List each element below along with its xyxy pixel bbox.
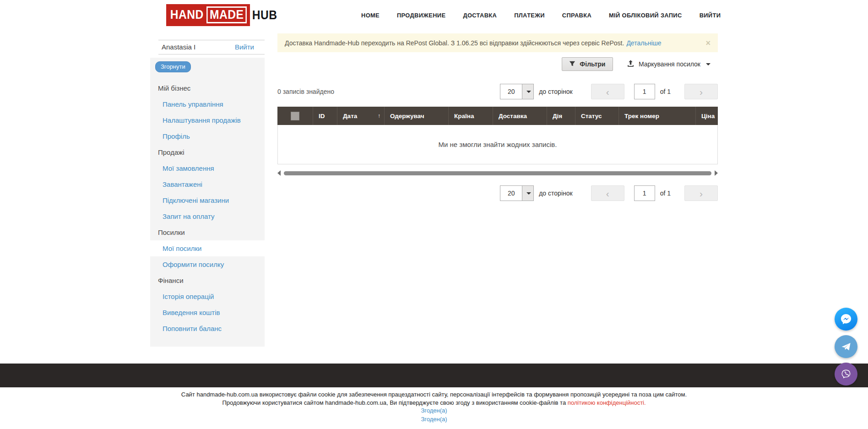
- sidebar-item-my-orders[interactable]: Мої замовлення: [150, 160, 265, 176]
- sidebar-item-profile[interactable]: Профіль: [150, 128, 265, 144]
- per-page-label: до сторінок: [539, 190, 572, 197]
- nav-payments[interactable]: ПЛАТЕЖИ: [514, 12, 545, 19]
- top-header: HAND MADE HUB HOME ПРОДВИЖЕНИЕ ДОСТАВКА …: [0, 0, 868, 30]
- scrollbar-track[interactable]: [284, 171, 711, 175]
- next-page-button[interactable]: ›: [684, 185, 718, 201]
- nav-promotion[interactable]: ПРОДВИЖЕНИЕ: [397, 12, 445, 19]
- toolbar: Фільтри Маркування посилок: [277, 57, 718, 71]
- sidebar-item-payment-request[interactable]: Запит на оплату: [150, 208, 265, 224]
- sidebar-item-connected-shops[interactable]: Підключені магазини: [150, 192, 265, 208]
- prev-page-button[interactable]: ‹: [591, 185, 624, 201]
- per-page-value: 20: [500, 186, 522, 201]
- nav-home[interactable]: HOME: [361, 12, 380, 19]
- select-arrow-button[interactable]: [522, 186, 533, 201]
- section-sales: Продажі: [150, 144, 265, 160]
- col-track-number[interactable]: Трек номер: [619, 107, 696, 125]
- results-row: 0 записів знайдено 20 до сторінок ‹ of 1…: [277, 84, 718, 99]
- logo-made-text: MADE: [206, 6, 247, 23]
- filters-button-label: Фільтри: [580, 60, 605, 68]
- notification-banner: Доставка Handmade-Hub переходить на RePo…: [277, 33, 718, 52]
- banner-details-link[interactable]: Детальніше: [626, 39, 661, 47]
- table-empty-state: Ми не змогли знайти жодних записів.: [277, 125, 718, 164]
- per-page-select[interactable]: 20: [500, 185, 534, 201]
- agree-link-2[interactable]: Згоден(а): [0, 415, 868, 424]
- filters-button[interactable]: Фільтри: [562, 57, 613, 71]
- select-all-checkbox[interactable]: [291, 112, 299, 120]
- col-status[interactable]: Статус: [575, 107, 619, 125]
- user-row: Anastasia I Вийти: [158, 40, 265, 54]
- col-action[interactable]: Дія: [547, 107, 575, 125]
- sidebar-item-sales-settings[interactable]: Налаштування продажів: [150, 112, 265, 128]
- messenger-icon[interactable]: [835, 308, 857, 331]
- nav-help[interactable]: СПРАВКА: [562, 12, 591, 19]
- chevron-down-icon: [526, 192, 531, 195]
- funnel-icon: [569, 60, 575, 68]
- select-arrow-button[interactable]: [522, 84, 533, 99]
- col-date-label: Дата: [343, 113, 357, 119]
- col-delivery[interactable]: Доставка: [493, 107, 547, 125]
- nav-logout[interactable]: ВИЙТИ: [699, 12, 721, 19]
- chevron-down-icon: [706, 63, 711, 65]
- page-number-input[interactable]: [634, 185, 655, 201]
- viber-icon[interactable]: [835, 363, 857, 386]
- cookie-notice-line2-text: Продовжуючи користуватися сайтом handmad…: [222, 399, 567, 406]
- cookie-notice-line1: Сайт handmade-hub.com.ua використовує фа…: [0, 391, 868, 399]
- logo-hand-text: HAND: [170, 7, 204, 22]
- sidebar-menu: Мій бізнес Панель управління Налаштуванн…: [150, 80, 265, 337]
- nav-delivery[interactable]: ДОСТАВКА: [463, 12, 497, 19]
- cookie-notice-line2: Продовжуючи користуватися сайтом handmad…: [0, 399, 868, 407]
- horizontal-scrollbar: [277, 170, 718, 176]
- sidebar-item-my-parcels[interactable]: Мої посилки: [150, 240, 265, 256]
- sidebar-item-dashboard[interactable]: Панель управління: [150, 96, 265, 112]
- pagination-top: 20 до сторінок ‹ of 1 ›: [500, 84, 718, 99]
- empty-message: Ми не змогли знайти жодних записів.: [439, 141, 557, 148]
- parcels-table: ID Дата ↑ Одержувач Країна Доставка Дія …: [277, 107, 718, 164]
- section-finances: Фінанси: [150, 272, 265, 288]
- page-number-input[interactable]: [634, 84, 655, 99]
- col-price[interactable]: Ціна: [696, 107, 718, 125]
- sidebar: Anastasia I Вийти Згорнути Мій бізнес Па…: [150, 30, 265, 347]
- scroll-left-icon[interactable]: [277, 170, 281, 176]
- pagination-bottom: 20 до сторінок ‹ of 1 ›: [500, 185, 718, 201]
- col-id[interactable]: ID: [313, 107, 337, 125]
- results-count: 0 записів знайдено: [277, 88, 334, 95]
- section-my-business: Мій бізнес: [150, 80, 265, 96]
- agree-link-1[interactable]: Згоден(а): [0, 407, 868, 415]
- sidebar-logout-link[interactable]: Вийти: [235, 43, 254, 51]
- footer-dark-bar: [0, 364, 868, 387]
- upload-icon: [627, 60, 635, 69]
- per-page-select[interactable]: 20: [500, 84, 534, 99]
- scroll-right-icon[interactable]: [715, 170, 718, 176]
- sidebar-item-transactions-history[interactable]: Історія операцій: [150, 288, 265, 304]
- header-select-all-cell: [277, 107, 313, 125]
- scrollbar-thumb[interactable]: [284, 171, 711, 175]
- table-header-row: ID Дата ↑ Одержувач Країна Доставка Дія …: [277, 107, 718, 125]
- telegram-icon[interactable]: [835, 335, 857, 358]
- next-page-button[interactable]: ›: [684, 84, 718, 99]
- sidebar-panel: Згорнути Мій бізнес Панель управління На…: [150, 58, 265, 347]
- prev-page-button[interactable]: ‹: [591, 84, 624, 99]
- nav-my-account[interactable]: МІЙ ОБЛІКОВИЙ ЗАПИС: [609, 12, 682, 19]
- col-country[interactable]: Країна: [449, 107, 493, 125]
- parcel-marking-label: Маркування посилок: [639, 60, 700, 68]
- sort-asc-icon[interactable]: ↑: [378, 113, 380, 119]
- privacy-policy-link[interactable]: політикою конфіденційності.: [568, 399, 646, 406]
- page-of-label: of 1: [660, 88, 671, 95]
- page-of-label: of 1: [660, 190, 671, 197]
- banner-close-icon[interactable]: ×: [705, 39, 711, 47]
- parcel-marking-dropdown[interactable]: Маркування посилок: [627, 60, 711, 69]
- sidebar-item-uploaded[interactable]: Завантажені: [150, 176, 265, 192]
- sidebar-item-withdraw-funds[interactable]: Виведення коштів: [150, 304, 265, 320]
- col-date[interactable]: Дата ↑: [337, 107, 385, 125]
- footer-text: Сайт handmade-hub.com.ua використовує фа…: [0, 391, 868, 424]
- social-widgets: [835, 308, 857, 386]
- banner-text: Доставка Handmade-Hub переходить на RePo…: [285, 39, 624, 47]
- logo-red-box: HAND MADE: [166, 4, 250, 26]
- collapse-button[interactable]: Згорнути: [155, 61, 191, 72]
- sidebar-item-create-parcel[interactable]: Оформити посилку: [150, 256, 265, 272]
- main-nav: HOME ПРОДВИЖЕНИЕ ДОСТАВКА ПЛАТЕЖИ СПРАВК…: [361, 12, 721, 19]
- sidebar-item-top-up-balance[interactable]: Поповнити баланс: [150, 320, 265, 337]
- col-recipient[interactable]: Одержувач: [385, 107, 449, 125]
- page: HAND MADE HUB HOME ПРОДВИЖЕНИЕ ДОСТАВКА …: [0, 0, 868, 429]
- handmadehub-logo[interactable]: HAND MADE HUB: [166, 4, 277, 26]
